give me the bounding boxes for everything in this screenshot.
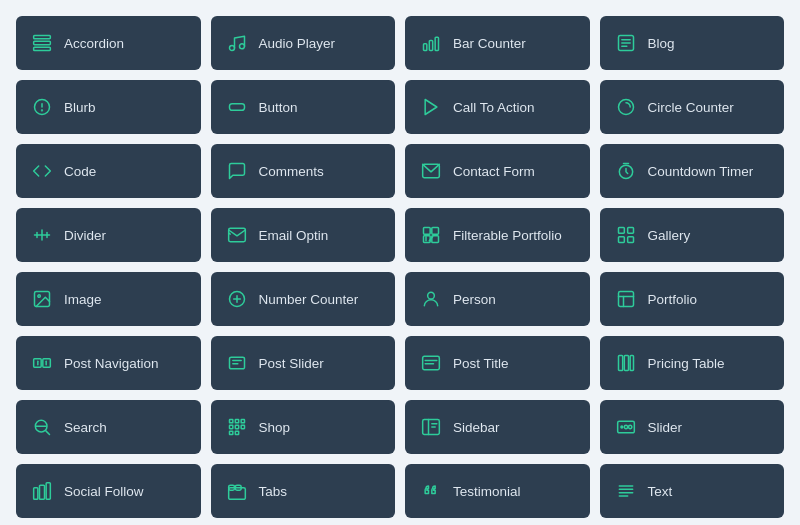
search-icon (30, 415, 54, 439)
pricing-icon (614, 351, 638, 375)
svg-rect-6 (429, 41, 432, 51)
widget-label-sidebar: Sidebar (453, 420, 500, 435)
widget-btn-blurb[interactable]: Blurb (16, 80, 201, 134)
svg-rect-25 (424, 228, 431, 235)
widget-btn-search[interactable]: Search (16, 400, 201, 454)
svg-rect-68 (423, 420, 440, 435)
svg-point-3 (229, 46, 234, 51)
comments-icon (225, 159, 249, 183)
widget-label-call-to-action: Call To Action (453, 100, 535, 115)
widget-btn-countdown-timer[interactable]: Countdown Timer (600, 144, 785, 198)
widget-label-post-slider: Post Slider (259, 356, 324, 371)
svg-rect-61 (235, 420, 238, 423)
post-slider-icon (225, 351, 249, 375)
post-title-icon (419, 351, 443, 375)
widget-btn-post-navigation[interactable]: Post Navigation (16, 336, 201, 390)
svg-rect-77 (40, 485, 45, 499)
widget-btn-portfolio[interactable]: Portfolio (600, 272, 785, 326)
widget-btn-comments[interactable]: Comments (211, 144, 396, 198)
widget-label-gallery: Gallery (648, 228, 691, 243)
bar-counter-icon (419, 31, 443, 55)
svg-marker-16 (425, 100, 437, 115)
widget-btn-circle-counter[interactable]: Circle Counter (600, 80, 785, 134)
widget-label-blurb: Blurb (64, 100, 96, 115)
widget-label-code: Code (64, 164, 96, 179)
widget-btn-image[interactable]: Image (16, 272, 201, 326)
widget-label-comments: Comments (259, 164, 324, 179)
svg-point-17 (618, 100, 633, 115)
widget-label-number-counter: Number Counter (259, 292, 359, 307)
svg-rect-34 (627, 237, 633, 243)
widget-label-slider: Slider (648, 420, 683, 435)
widget-label-countdown-timer: Countdown Timer (648, 164, 754, 179)
svg-rect-65 (241, 425, 244, 428)
widget-btn-person[interactable]: Person (405, 272, 590, 326)
widget-label-circle-counter: Circle Counter (648, 100, 734, 115)
widget-btn-pricing-table[interactable]: Pricing Table (600, 336, 785, 390)
widget-btn-divider[interactable]: Divider (16, 208, 201, 262)
svg-line-58 (46, 431, 50, 435)
widget-btn-bar-counter[interactable]: Bar Counter (405, 16, 590, 70)
widget-btn-shop[interactable]: Shop (211, 400, 396, 454)
widget-btn-number-counter[interactable]: Number Counter (211, 272, 396, 326)
widget-label-button: Button (259, 100, 298, 115)
svg-rect-63 (229, 425, 232, 428)
widget-btn-filterable-portfolio[interactable]: Filterable Portfolio (405, 208, 590, 262)
svg-rect-33 (618, 237, 624, 243)
svg-rect-48 (229, 357, 244, 369)
filterable-icon (419, 223, 443, 247)
contact-form-icon (419, 159, 443, 183)
widget-btn-blog[interactable]: Blog (600, 16, 785, 70)
widget-label-image: Image (64, 292, 102, 307)
widget-btn-post-slider[interactable]: Post Slider (211, 336, 396, 390)
widget-label-bar-counter: Bar Counter (453, 36, 526, 51)
divider-icon (30, 223, 54, 247)
widget-btn-call-to-action[interactable]: Call To Action (405, 80, 590, 134)
post-nav-icon (30, 351, 54, 375)
slider-icon (614, 415, 638, 439)
svg-point-36 (38, 295, 41, 298)
widget-btn-post-title[interactable]: Post Title (405, 336, 590, 390)
button-icon (225, 95, 249, 119)
svg-rect-7 (435, 37, 438, 50)
widget-btn-social-follow[interactable]: Social Follow (16, 464, 201, 518)
svg-rect-32 (627, 228, 633, 234)
svg-rect-2 (34, 47, 51, 50)
svg-rect-60 (229, 420, 232, 423)
widget-btn-slider[interactable]: Slider (600, 400, 785, 454)
widget-label-text: Text (648, 484, 673, 499)
widget-label-filterable-portfolio: Filterable Portfolio (453, 228, 562, 243)
social-icon (30, 479, 54, 503)
widget-btn-audio-player[interactable]: Audio Player (211, 16, 396, 70)
widget-btn-email-optin[interactable]: Email Optin (211, 208, 396, 262)
widget-label-divider: Divider (64, 228, 106, 243)
svg-rect-62 (241, 420, 244, 423)
widget-btn-text[interactable]: Text (600, 464, 785, 518)
widget-btn-tabs[interactable]: Tabs (211, 464, 396, 518)
widget-btn-accordion[interactable]: Accordion (16, 16, 201, 70)
circle-counter-icon (614, 95, 638, 119)
widget-btn-testimonial[interactable]: Testimonial (405, 464, 590, 518)
widget-label-post-title: Post Title (453, 356, 509, 371)
svg-rect-31 (618, 228, 624, 234)
svg-point-40 (428, 292, 435, 299)
widget-btn-gallery[interactable]: Gallery (600, 208, 785, 262)
svg-rect-79 (228, 488, 245, 500)
widget-btn-sidebar[interactable]: Sidebar (405, 400, 590, 454)
widget-btn-code[interactable]: Code (16, 144, 201, 198)
svg-rect-55 (624, 356, 628, 371)
widget-btn-button[interactable]: Button (211, 80, 396, 134)
widget-label-portfolio: Portfolio (648, 292, 698, 307)
svg-rect-51 (423, 356, 440, 369)
person-icon (419, 287, 443, 311)
widget-label-person: Person (453, 292, 496, 307)
sidebar-icon (419, 415, 443, 439)
widget-label-contact-form: Contact Form (453, 164, 535, 179)
svg-rect-15 (229, 104, 244, 111)
svg-rect-76 (34, 488, 38, 500)
widget-btn-contact-form[interactable]: Contact Form (405, 144, 590, 198)
blog-icon (614, 31, 638, 55)
blurb-icon (30, 95, 54, 119)
svg-rect-67 (235, 431, 238, 434)
widget-label-accordion: Accordion (64, 36, 124, 51)
